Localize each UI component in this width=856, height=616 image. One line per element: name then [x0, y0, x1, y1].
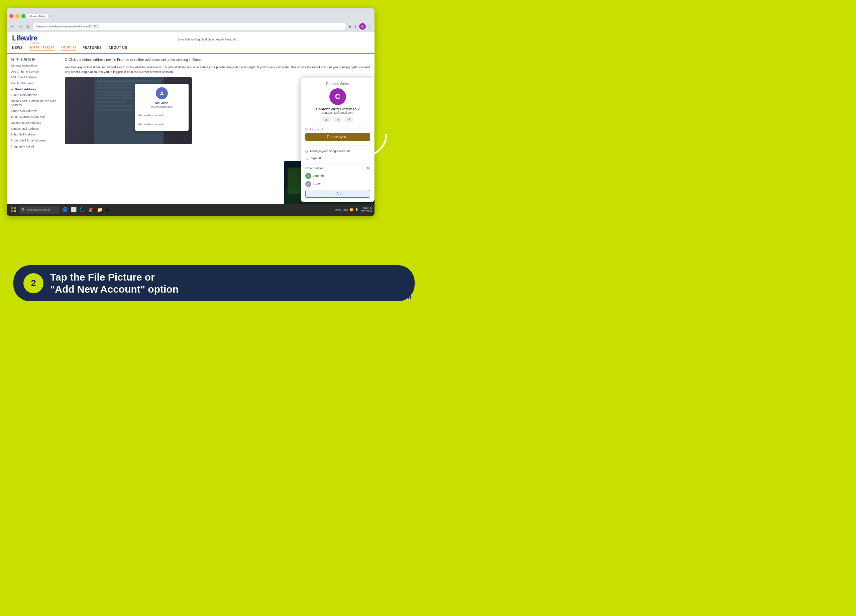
nav-features[interactable]: FEATURES: [83, 46, 102, 51]
google-panel-sign-out[interactable]: ⬚ Sign out: [305, 154, 370, 162]
profile-avatar-small[interactable]: C: [359, 23, 366, 30]
taskbar-chrome-icon[interactable]: [87, 206, 95, 214]
profile-dot-guest: G: [305, 181, 311, 187]
instruction-text: Tap the File Picture or "Add New Account…: [50, 271, 179, 295]
taskbar-store-icon[interactable]: 🛍: [104, 206, 112, 214]
svg-rect-2: [14, 207, 16, 209]
bookmark-icon[interactable]: ★: [348, 24, 352, 29]
svg-point-0: [161, 91, 163, 93]
website-content: Lifewire TECH FOR HUMANS Save BIG on Big…: [7, 32, 374, 216]
nav-how-to[interactable]: HOW TO: [61, 45, 76, 51]
add-profile-btn[interactable]: + Add: [305, 190, 370, 198]
step-number: 2: [23, 273, 43, 293]
clock-date: 5/27/2024: [360, 210, 373, 213]
popup-email: ms.john@gmail.com: [139, 105, 185, 109]
new-tab-btn[interactable]: +: [50, 15, 52, 18]
nav-news[interactable]: NEWS: [12, 46, 23, 51]
sidebar-item-gmail[interactable]: ▶ Gmail Address: [11, 88, 56, 92]
turn-on-sync-btn[interactable]: Turn on sync...: [305, 133, 370, 141]
sign-out-label: Sign out: [311, 157, 322, 160]
instruction-line-2: "Add New Account" option: [50, 283, 179, 295]
taskbar-edge-icon[interactable]: [78, 206, 86, 214]
instruction-line-1: Tap the File Picture or: [50, 271, 179, 283]
other-profiles-row: Other profiles ⚙: [305, 166, 370, 171]
google-panel-icon-1[interactable]: ⊞: [322, 117, 331, 122]
taskbar-explorer-icon[interactable]: 📁: [95, 206, 104, 214]
sidebar-item-outlook-email[interactable]: Outlook Email Address: [11, 121, 56, 125]
profile-name-guest: Guest: [313, 182, 321, 186]
popup-menu-item-2[interactable]: Add another account: [139, 122, 185, 128]
other-profiles-settings-icon[interactable]: ⚙: [366, 166, 370, 171]
nav-about-us[interactable]: ABOUT US: [108, 46, 127, 51]
popup-name: Ms. John: [139, 101, 185, 106]
sync-icon: ⟳: [305, 128, 308, 131]
domain-footer: paramounttechsolution.com: [330, 294, 411, 301]
google-panel-icon-2[interactable]: ✉: [333, 117, 342, 122]
header-top: Lifewire TECH FOR HUMANS Save BIG on Big…: [12, 34, 369, 44]
google-panel-email: contentint2@gmail.com: [305, 111, 370, 114]
sidebar-item-aol[interactable]: AOL Email Address: [11, 75, 56, 80]
url-bar[interactable]: lifewire.com/what-is-my-email-address-41…: [33, 23, 346, 30]
taskbar-system-tray: 35°C Haze 📶 🔋 4:12 PM 5/27/2024: [335, 206, 373, 213]
other-profiles-label: Other profiles: [305, 166, 323, 170]
promo-text: Save BIG on Big Deal Days! Apple Fans: W…: [46, 38, 369, 41]
profile-name-ambroial: Ambroial: [313, 174, 325, 177]
menu-icon[interactable]: ⋮: [368, 24, 372, 29]
start-button[interactable]: [9, 205, 18, 214]
taskbar-network-icon: 📶: [350, 208, 353, 211]
sidebar-item-general[interactable]: General Instructions: [11, 64, 56, 68]
window-min-btn[interactable]: [15, 14, 19, 18]
sidebar-title: In This Article: [11, 57, 56, 61]
step-text: 3. Click the default address next to Fro…: [65, 58, 202, 62]
sidebar-item-outlook[interactable]: Outlook.com, Hotmail or Live Mail Addres…: [11, 99, 56, 107]
sidebar-item-echo[interactable]: Use an Echo Service: [11, 70, 56, 74]
google-panel-title: Content Writer: [305, 82, 370, 86]
search-icon: 🔍: [22, 208, 25, 212]
nav-what-to-buy[interactable]: WHAT TO BUY: [29, 45, 54, 51]
active-tab[interactable]: Lifewire Article: [27, 14, 48, 18]
taskbar-clock: 4:12 PM 5/27/2024: [360, 206, 373, 213]
refresh-btn[interactable]: ↻: [25, 24, 31, 29]
add-icon: +: [333, 192, 335, 196]
profile-row-guest[interactable]: G Guest: [305, 180, 370, 188]
taskbar-app-icons: 🌀 ⬜ 📁 🛍: [61, 206, 112, 214]
article-step-3: 3. Click the default address next to Fro…: [65, 57, 370, 62]
popup-menu-item-1[interactable]: Add another account: [139, 112, 185, 119]
browser-tab-bar: Lifewire Article +: [7, 8, 374, 21]
svg-rect-3: [11, 210, 13, 213]
google-account-panel: Content Writer C Content Writer Internee…: [301, 77, 374, 202]
profile-row-ambroial[interactable]: A Ambroial: [305, 172, 370, 180]
sidebar-item-faq[interactable]: Frequently Asked: [11, 145, 56, 149]
site-tagline: TECH FOR HUMANS: [12, 42, 40, 44]
taskbar-temp: 35°C Haze: [335, 208, 348, 211]
taskbar-cortana-icon[interactable]: 🌀: [61, 206, 69, 214]
google-panel-divider-2: [305, 145, 370, 146]
sidebar-item-icloud[interactable]: iCloud Mail Address: [11, 93, 56, 97]
back-btn[interactable]: ←: [9, 24, 15, 29]
article-screenshot: Ms. John ms.john@gmail.com Add another a…: [65, 77, 192, 144]
email-app-screenshot: Ms. John ms.john@gmail.com Add another a…: [65, 77, 192, 144]
sidebar-item-yandex[interactable]: Yandex Mail Address: [11, 127, 56, 131]
manage-account-label: Manage your Google Account: [310, 149, 350, 153]
google-panel-manage-account[interactable]: G Manage your Google Account: [305, 148, 370, 154]
google-panel-header: Content Writer C Content Writer Internee…: [305, 82, 370, 114]
google-panel-icon-3[interactable]: 📍: [345, 117, 353, 122]
sign-out-icon: ⬚: [305, 156, 309, 160]
toolbar-icons: ★ ⇓ C ⋮: [348, 23, 372, 30]
window-max-btn[interactable]: [22, 14, 25, 18]
google-panel-divider-1: [305, 125, 370, 125]
window-close-btn[interactable]: [9, 14, 13, 18]
taskbar-task-view-icon[interactable]: ⬜: [69, 206, 78, 214]
svg-rect-1: [11, 207, 13, 209]
sidebar-item-ios-mail[interactable]: Email Address in iOS Mail: [11, 115, 56, 119]
site-header: Lifewire TECH FOR HUMANS Save BIG on Big…: [7, 32, 374, 54]
taskbar-search-box[interactable]: 🔍 Type here to search: [19, 206, 60, 214]
forward-btn[interactable]: →: [17, 24, 23, 29]
download-icon[interactable]: ⇓: [354, 24, 357, 29]
sidebar-item-proton[interactable]: Proton Mail Email Address: [11, 139, 56, 143]
popup-avatar: [156, 87, 168, 99]
sidebar-item-zoho[interactable]: Zoho Mail Address: [11, 133, 56, 137]
google-panel-name: Content Writer Internee 2: [305, 107, 370, 111]
sidebar-item-mail-windows[interactable]: Mail for Windows: [11, 82, 56, 86]
sidebar-item-yahoo[interactable]: Yahoo Mail Address: [11, 109, 56, 113]
